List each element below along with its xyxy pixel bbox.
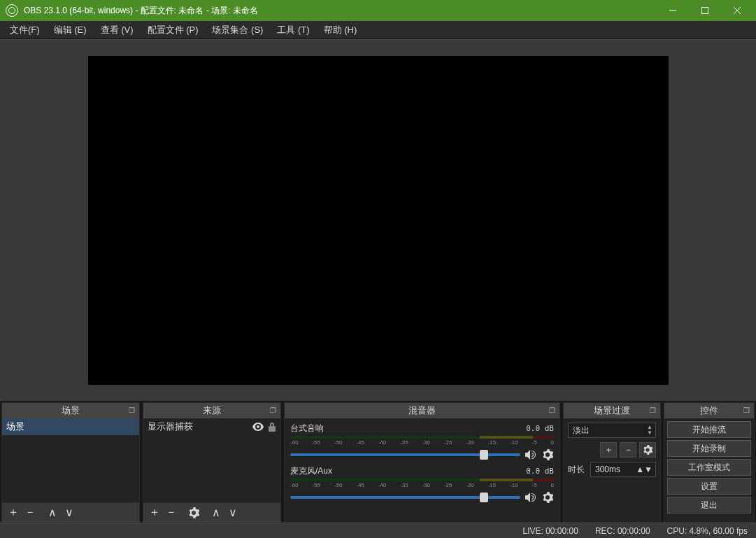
spin-arrows-icon: ▲▼ [636,465,652,474]
titlebar: OBS 23.1.0 (64-bit, windows) - 配置文件: 未命名… [0,0,756,21]
mute-button[interactable] [525,491,537,504]
meter-ticks: -60-55-50-45-40-35-30-25-20-15-10-50 [290,482,554,488]
move-source-down-button[interactable]: ∨ [224,504,241,521]
sources-toolbar: ＋ － ∧ ∨ [143,502,280,522]
scenes-dock-title: 场景 [62,404,80,417]
chevron-down-icon: ∨ [65,506,73,519]
move-scene-up-button[interactable]: ∧ [44,504,61,521]
dock-float-icon[interactable]: ❐ [127,405,136,415]
transition-select[interactable]: 淡出 ▲▼ [568,423,656,438]
mixer-dock-header[interactable]: 混音器 ❐ [285,403,559,418]
window-title: OBS 23.1.0 (64-bit, windows) - 配置文件: 未命名… [24,5,657,17]
remove-source-button[interactable]: － [163,504,180,521]
scene-item[interactable]: 场景 [2,418,139,435]
gear-icon [188,507,199,518]
dock-float-icon[interactable]: ❐ [648,405,657,415]
slider-thumb[interactable] [480,450,488,460]
move-source-up-button[interactable]: ∧ [208,504,224,521]
spin-arrows-icon: ▲▼ [647,425,652,436]
obs-logo-icon [6,4,18,17]
status-rec: REC: 00:00:00 [595,526,650,536]
dock-float-icon[interactable]: ❐ [547,405,557,415]
maximize-button[interactable] [689,0,721,21]
sources-dock: 来源 ❐ 显示器捕获 ＋ － ∧ ∨ [143,402,281,523]
volume-slider[interactable] [290,496,520,499]
menubar: 文件(F) 编辑 (E) 查看 (V) 配置文件 (P) 场景集合 (S) 工具… [0,21,756,39]
chevron-down-icon: ∨ [229,506,237,519]
remove-transition-button[interactable]: － [620,442,636,458]
settings-button[interactable]: 设置 [667,478,751,495]
dock-float-icon[interactable]: ❐ [268,405,278,415]
mixer-channel-db: 0.0 dB [526,424,554,433]
preview-area [0,39,756,401]
start-record-button[interactable]: 开始录制 [667,440,751,457]
source-item[interactable]: 显示器捕获 [143,418,280,435]
sources-dock-header[interactable]: 来源 ❐ [143,403,280,418]
add-scene-button[interactable]: ＋ [5,504,22,521]
minimize-button[interactable] [657,0,689,21]
source-properties-button[interactable] [185,504,202,521]
status-cpu: CPU: 4.8%, 60.00 fps [667,526,748,536]
transitions-dock: 场景过渡 ❐ 淡出 ▲▼ ＋ － 时长 300ms ▲▼ [563,402,661,523]
move-scene-down-button[interactable]: ∨ [61,504,78,521]
gear-icon [542,449,553,460]
scenes-dock: 场景 ❐ 场景 ＋ － ∧ ∨ [1,402,140,523]
lock-toggle[interactable] [268,422,276,432]
transitions-dock-title: 场景过渡 [594,404,630,417]
duration-spinbox[interactable]: 300ms ▲▼ [590,462,656,477]
mixer-channel: 麦克风/Aux 0.0 dB -60-55-50-45-40-35-30-25-… [290,465,554,504]
mixer-channel-db: 0.0 dB [526,467,554,476]
docks-row: 场景 ❐ 场景 ＋ － ∧ ∨ 来源 ❐ 显示器捕获 [0,401,756,523]
speaker-icon [525,493,536,502]
plus-icon: ＋ [604,444,613,456]
volume-slider[interactable] [290,453,520,456]
controls-dock-header[interactable]: 控件 ❐ [664,403,754,418]
minus-icon: － [24,505,36,520]
menu-file[interactable]: 文件(F) [3,21,47,38]
chevron-up-icon: ∧ [212,506,220,519]
start-stream-button[interactable]: 开始推流 [667,421,751,438]
transition-properties-button[interactable] [639,442,656,458]
mixer-channel-name: 台式音响 [290,423,526,434]
menu-edit[interactable]: 编辑 (E) [47,21,94,38]
menu-help[interactable]: 帮助 (H) [317,21,364,38]
audio-meter [290,436,554,439]
slider-thumb[interactable] [480,493,488,502]
meter-ticks: -60-55-50-45-40-35-30-25-20-15-10-50 [290,439,554,446]
studio-mode-button[interactable]: 工作室模式 [667,459,751,476]
mute-button[interactable] [525,448,537,461]
controls-body: 开始推流 开始录制 工作室模式 设置 退出 [664,418,754,522]
preview-canvas[interactable] [88,56,669,385]
lock-icon [268,422,276,432]
scenes-list[interactable]: 场景 [2,418,139,502]
scenes-toolbar: ＋ － ∧ ∨ [2,502,139,522]
channel-settings-button[interactable] [541,491,554,504]
audio-meter [290,479,554,481]
statusbar: LIVE: 00:00:00 REC: 00:00:00 CPU: 4.8%, … [0,523,756,538]
add-transition-button[interactable]: ＋ [600,442,617,458]
gear-icon [542,492,553,503]
eye-icon [252,423,264,431]
sources-list[interactable]: 显示器捕获 [143,418,280,502]
transitions-dock-header[interactable]: 场景过渡 ❐ [564,403,660,418]
exit-button[interactable]: 退出 [667,497,751,514]
dock-float-icon[interactable]: ❐ [741,405,751,415]
close-button[interactable] [721,0,753,21]
duration-label: 时长 [568,464,587,476]
add-source-button[interactable]: ＋ [146,504,163,521]
channel-settings-button[interactable] [541,448,554,461]
mixer-channel: 台式音响 0.0 dB -60-55-50-45-40-35-30-25-20-… [290,423,554,461]
controls-dock: 控件 ❐ 开始推流 开始录制 工作室模式 设置 退出 [664,402,755,523]
menu-tools[interactable]: 工具 (T) [270,21,316,38]
duration-value: 300ms [595,465,620,474]
visibility-toggle[interactable] [252,423,264,431]
source-item-label: 显示器捕获 [148,420,193,433]
mixer-body: 台式音响 0.0 dB -60-55-50-45-40-35-30-25-20-… [285,418,559,522]
plus-icon: ＋ [8,505,19,520]
menu-profile[interactable]: 配置文件 (P) [141,21,206,38]
menu-view[interactable]: 查看 (V) [94,21,141,38]
chevron-up-icon: ∧ [48,506,57,519]
remove-scene-button[interactable]: － [22,504,38,521]
scenes-dock-header[interactable]: 场景 ❐ [2,403,139,418]
menu-scene-collection[interactable]: 场景集合 (S) [205,21,270,38]
